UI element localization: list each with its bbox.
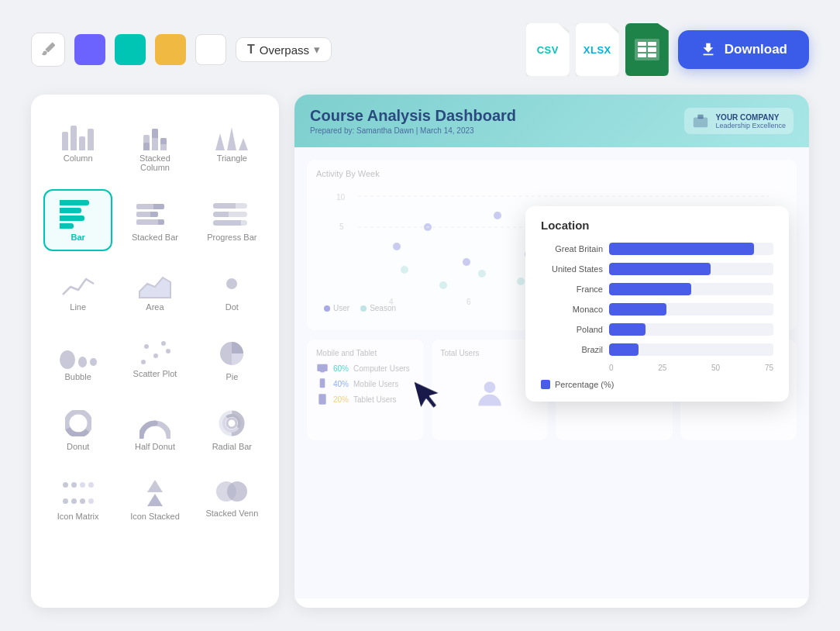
area-label: Area xyxy=(146,302,164,312)
progress-bar-icon xyxy=(213,198,250,229)
icon-stacked-label: Icon Stacked xyxy=(130,512,180,521)
bar-chart-icon xyxy=(60,198,97,229)
chart-item-triangle[interactable]: Triangle xyxy=(198,110,267,181)
chart-item-donut[interactable]: Donut xyxy=(43,398,112,460)
mobile-pct: 40% xyxy=(333,380,349,388)
tablet-label: Tablet Users xyxy=(353,395,397,404)
paint-icon xyxy=(40,41,57,58)
color-swatch-gold[interactable] xyxy=(155,34,186,65)
svg-point-23 xyxy=(439,281,447,289)
location-bar-united-states: United States xyxy=(541,263,773,275)
computer-pct: 60% xyxy=(333,364,349,373)
svg-point-6 xyxy=(227,419,236,428)
color-swatch-teal[interactable] xyxy=(115,34,146,65)
icon-matrix-label: Icon Matrix xyxy=(57,512,99,521)
chart-item-scatter[interactable]: Scatter Plot xyxy=(120,329,189,391)
svg-text:5: 5 xyxy=(339,222,344,231)
svg-rect-33 xyxy=(317,364,327,371)
chart-item-icon-stacked[interactable]: Icon Stacked xyxy=(120,468,189,530)
location-popup: Location Great Britain United States xyxy=(525,206,789,402)
toolbar: T Overpass ▾ CSV XLSX xyxy=(31,23,809,76)
chart-type-panel: Column Stacked Column xyxy=(31,95,279,608)
font-name: Overpass xyxy=(260,43,309,57)
paint-icon-button[interactable] xyxy=(31,33,65,67)
mobile-tablet-title: Mobile and Tablet xyxy=(316,349,415,357)
chart-item-stacked-bar[interactable]: Stacked Bar xyxy=(120,189,189,251)
computer-label: Computer Users xyxy=(353,364,410,373)
svg-marker-0 xyxy=(139,278,170,298)
dashboard-subtitle: Prepared by: Samantha Dawn | March 14, 2… xyxy=(310,126,516,135)
svg-point-22 xyxy=(401,266,408,274)
icon-matrix-icon xyxy=(60,478,97,509)
chart-item-radial-bar[interactable]: Radial Bar xyxy=(198,398,267,460)
location-bar-poland: Poland xyxy=(541,323,773,336)
stacked-bar-label: Stacked Bar xyxy=(132,233,178,242)
location-bar-great-britain: Great Britain xyxy=(541,243,773,255)
dot-chart-icon xyxy=(213,268,250,299)
xlsx-file-icon[interactable]: XLSX xyxy=(576,23,619,76)
column-chart-icon xyxy=(60,119,97,150)
color-swatch-white[interactable] xyxy=(195,34,226,65)
chart-item-line[interactable]: Line xyxy=(43,259,112,321)
company-name: YOUR COMPANY xyxy=(715,113,786,122)
column-label: Column xyxy=(64,153,93,163)
download-button[interactable]: Download xyxy=(678,30,809,69)
svg-point-37 xyxy=(484,381,495,393)
font-selector[interactable]: T Overpass ▾ xyxy=(236,37,332,62)
svg-text:10: 10 xyxy=(336,193,346,202)
svg-rect-10 xyxy=(698,115,704,119)
download-label: Download xyxy=(725,42,787,57)
bar-fill-france xyxy=(609,283,691,295)
font-t-icon: T xyxy=(247,43,255,57)
line-label: Line xyxy=(70,302,86,312)
line-chart-icon xyxy=(60,268,97,299)
color-swatch-purple[interactable] xyxy=(74,34,105,65)
chart-legend: Percentage (%) xyxy=(541,380,773,389)
radial-bar-label: Radial Bar xyxy=(212,442,252,451)
chart-item-bar[interactable]: Bar xyxy=(43,189,112,251)
company-sub: Leadership Excellence xyxy=(715,122,786,129)
bubble-chart-icon xyxy=(60,338,97,369)
chart-item-stacked-column[interactable]: Stacked Column xyxy=(120,110,189,181)
dashboard-panel: Course Analysis Dashboard Prepared by: S… xyxy=(294,95,809,608)
donut-label: Donut xyxy=(67,442,89,451)
bar-fill-monaco xyxy=(609,303,666,316)
bar-fill-brazil xyxy=(609,343,639,356)
svg-rect-9 xyxy=(694,117,707,127)
chart-item-icon-matrix[interactable]: Icon Matrix xyxy=(43,468,112,530)
half-donut-label: Half Donut xyxy=(135,442,175,451)
stacked-venn-label: Stacked Venn xyxy=(205,509,258,518)
bubble-label: Bubble xyxy=(65,372,91,381)
chart-item-progress-bar[interactable]: Progress Bar xyxy=(198,189,267,251)
csv-badge: CSV xyxy=(537,44,559,56)
chart-item-column[interactable]: Column xyxy=(43,110,112,181)
font-dropdown-icon: ▾ xyxy=(314,43,320,57)
chart-item-bubble[interactable]: Bubble xyxy=(43,329,112,391)
main-content: Column Stacked Column xyxy=(31,95,809,608)
svg-point-24 xyxy=(478,270,486,278)
stacked-column-icon xyxy=(136,119,174,150)
progress-bar-label: Progress Bar xyxy=(207,233,256,242)
chart-item-dot[interactable]: Dot xyxy=(198,259,267,321)
icon-stacked-icon xyxy=(136,478,174,509)
user-icon-area xyxy=(441,362,539,424)
chart-item-half-donut[interactable]: Half Donut xyxy=(120,398,189,460)
chart-item-pie[interactable]: Pie xyxy=(198,329,267,391)
dashboard-header: Course Analysis Dashboard Prepared by: S… xyxy=(294,95,809,147)
total-users-title: Total Users xyxy=(441,349,539,357)
legend-label: Percentage (%) xyxy=(555,380,614,389)
triangle-icon xyxy=(213,119,250,150)
bar-label: Bar xyxy=(71,233,84,242)
radial-bar-icon xyxy=(213,408,250,439)
sheets-file-icon[interactable] xyxy=(625,23,669,76)
chart-item-area[interactable]: Area xyxy=(120,259,189,321)
scatter-plot-icon xyxy=(138,338,172,366)
activity-title: Activity By Week xyxy=(316,169,787,178)
location-popup-title: Location xyxy=(541,219,773,232)
svg-rect-35 xyxy=(320,378,325,388)
download-icon xyxy=(700,41,717,58)
csv-file-icon[interactable]: CSV xyxy=(526,23,570,76)
svg-point-25 xyxy=(517,278,525,285)
chart-item-stacked-venn[interactable]: Stacked Venn xyxy=(198,468,267,530)
triangle-label: Triangle xyxy=(217,153,247,163)
